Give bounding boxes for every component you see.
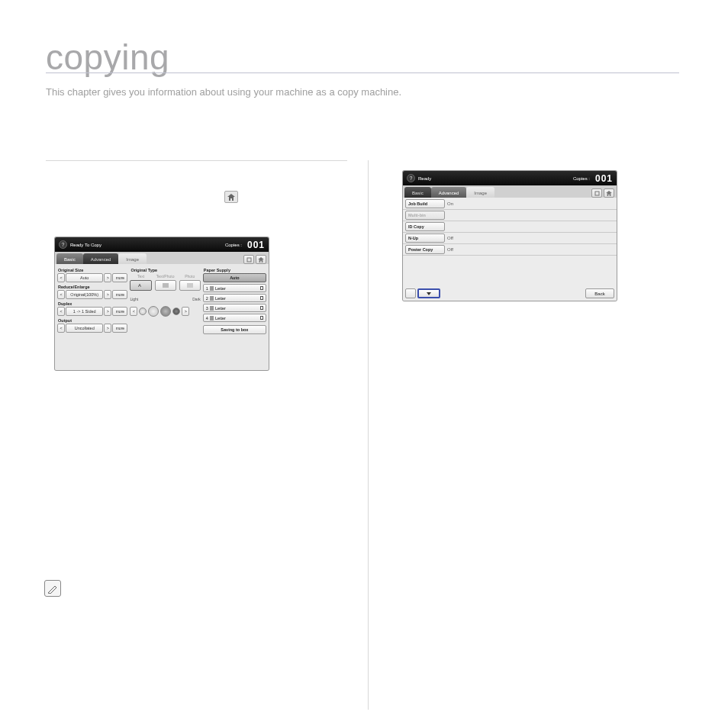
id-copy-key: ID Copy bbox=[405, 222, 445, 231]
status-text: Ready bbox=[418, 176, 431, 181]
left-arrow[interactable]: < bbox=[57, 290, 65, 299]
more-button[interactable]: more bbox=[112, 290, 127, 299]
more-button[interactable]: more bbox=[112, 324, 127, 333]
copies-label: Copies : bbox=[225, 243, 242, 247]
tab-basic[interactable]: Basic bbox=[404, 187, 431, 198]
duplex-label: Duplex bbox=[58, 301, 127, 306]
copies-label: Copies : bbox=[573, 176, 590, 181]
darkness-dial[interactable]: < > bbox=[130, 306, 200, 317]
right-arrow[interactable]: > bbox=[104, 273, 111, 282]
left-arrow[interactable]: < bbox=[57, 324, 65, 333]
column-rule bbox=[46, 160, 347, 161]
saving-to-box-button[interactable]: Saving to box bbox=[203, 325, 266, 334]
status-text: Ready To Copy bbox=[70, 243, 101, 247]
svg-rect-3 bbox=[187, 283, 193, 288]
scroll-up-button[interactable] bbox=[405, 288, 416, 298]
page-subtitle: This chapter gives you information about… bbox=[46, 86, 401, 98]
poster-copy-key: Poster Copy bbox=[405, 245, 445, 254]
job-build-key: Job Build bbox=[405, 199, 445, 208]
type-photo-button[interactable] bbox=[179, 280, 201, 291]
darkness-left-arrow[interactable]: < bbox=[130, 307, 137, 316]
n-up-val: Off bbox=[447, 236, 453, 240]
scroll-down-button[interactable] bbox=[417, 288, 440, 298]
row-poster-copy[interactable]: Poster Copy Off bbox=[403, 244, 617, 256]
paper-auto-button[interactable]: Auto bbox=[203, 273, 266, 282]
help-icon[interactable]: ? bbox=[407, 174, 415, 182]
copies-value: 001 bbox=[595, 173, 613, 184]
left-settings: Original Size < Auto > more Reduce/Enlar… bbox=[57, 266, 127, 368]
output-label: Output bbox=[58, 318, 127, 323]
screen-header: ? Ready Copies : 001 bbox=[403, 171, 617, 185]
darkness-right-arrow[interactable]: > bbox=[182, 307, 189, 316]
chevron-down-icon bbox=[427, 292, 431, 295]
light-label: Light bbox=[130, 297, 138, 301]
n-up-key: N-Up bbox=[405, 234, 445, 243]
reduce-enlarge-value[interactable]: Original(100%) bbox=[66, 290, 103, 299]
more-button[interactable]: more bbox=[112, 307, 127, 316]
toolbar-icon-a[interactable] bbox=[243, 255, 254, 264]
tab-bar: Basic Advanced Image bbox=[403, 185, 617, 198]
row-job-build[interactable]: Job Build On bbox=[403, 198, 617, 210]
row-multi-bin: Multi-bin bbox=[403, 210, 617, 221]
tab-image[interactable]: Image bbox=[118, 253, 147, 264]
original-size-value[interactable]: Auto bbox=[66, 273, 103, 282]
tab-image[interactable]: Image bbox=[466, 187, 494, 198]
svg-text:A: A bbox=[138, 283, 141, 288]
screen-header: ? Ready To Copy Copies : 001 bbox=[55, 237, 269, 252]
right-arrow[interactable]: > bbox=[104, 307, 111, 316]
job-build-val: On bbox=[447, 201, 453, 206]
right-arrow[interactable]: > bbox=[104, 290, 111, 299]
tray-4[interactable]: 4Letter bbox=[203, 314, 266, 322]
right-arrow[interactable]: > bbox=[104, 324, 111, 333]
svg-rect-4 bbox=[595, 192, 599, 195]
original-type-label: Original Type bbox=[130, 268, 200, 272]
type-text-button[interactable]: A bbox=[130, 280, 151, 291]
more-button[interactable]: more bbox=[112, 273, 127, 282]
row-n-up[interactable]: N-Up Off bbox=[403, 233, 617, 244]
note-icon bbox=[44, 580, 61, 597]
page-title: copying bbox=[46, 37, 169, 78]
dark-label: Dark bbox=[192, 297, 201, 301]
paper-supply-label: Paper Supply bbox=[204, 268, 266, 272]
tray-3[interactable]: 3Letter bbox=[203, 304, 266, 312]
svg-rect-0 bbox=[247, 258, 251, 262]
copy-screen-advanced: ? Ready Copies : 001 Basic Advanced Imag… bbox=[403, 171, 617, 301]
original-size-label: Original Size bbox=[58, 268, 127, 272]
type-labels: Text Text/Photo Photo bbox=[130, 274, 200, 279]
tab-advanced[interactable]: Advanced bbox=[431, 187, 467, 198]
toolbar-home-icon[interactable] bbox=[256, 255, 266, 264]
row-id-copy[interactable]: ID Copy bbox=[403, 221, 617, 233]
middle-settings: Original Type Text Text/Photo Photo A Li… bbox=[130, 266, 200, 368]
home-icon bbox=[224, 191, 238, 203]
toolbar-icon-a[interactable] bbox=[591, 188, 602, 198]
tab-basic[interactable]: Basic bbox=[56, 253, 83, 264]
copies-value: 001 bbox=[247, 240, 265, 250]
reduce-enlarge-label: Reduce/Enlarge bbox=[58, 285, 127, 289]
multi-bin-key: Multi-bin bbox=[405, 211, 445, 220]
left-arrow[interactable]: < bbox=[57, 273, 65, 282]
tab-advanced[interactable]: Advanced bbox=[83, 253, 119, 264]
tray-2[interactable]: 2Letter bbox=[203, 294, 266, 302]
copy-screen-basic: ? Ready To Copy Copies : 001 Basic Advan… bbox=[55, 237, 269, 370]
output-value[interactable]: Uncollated bbox=[66, 324, 103, 333]
help-icon[interactable]: ? bbox=[59, 240, 67, 249]
back-button[interactable]: Back bbox=[585, 288, 614, 298]
advanced-list: Job Build On Multi-bin ID Copy N-Up Off … bbox=[403, 198, 617, 301]
type-textphoto-button[interactable] bbox=[155, 280, 176, 291]
toolbar-home-icon[interactable] bbox=[604, 188, 614, 198]
left-arrow[interactable]: < bbox=[57, 307, 65, 316]
tray-1[interactable]: 1Letter bbox=[203, 284, 266, 292]
svg-rect-2 bbox=[163, 283, 169, 288]
right-settings: Paper Supply Auto 1Letter 2Letter 3Lette… bbox=[203, 266, 266, 368]
tab-bar: Basic Advanced Image bbox=[55, 252, 269, 264]
title-rule bbox=[46, 72, 679, 73]
duplex-value[interactable]: 1 -> 1 Sided bbox=[66, 307, 103, 316]
poster-copy-val: Off bbox=[447, 247, 453, 252]
column-divider bbox=[368, 160, 369, 710]
